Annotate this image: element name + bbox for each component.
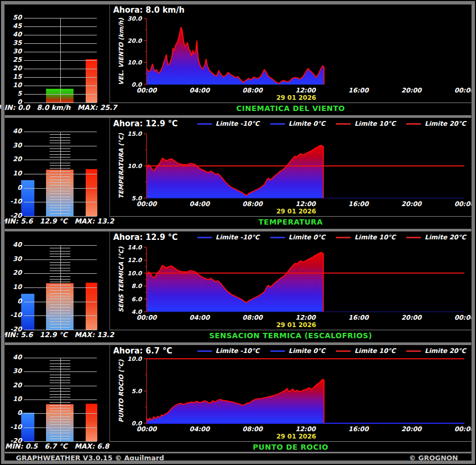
- windchill-chart: 14.012.010.08.06.04.0SENS TERMICA (°C)00…: [110, 231, 472, 330]
- temperature-caption: TEMPERATURA: [109, 218, 472, 226]
- y-tick-label: 8.0: [132, 283, 143, 290]
- temperature-chart: 15.010.05.0TEMPERATURA (°C)00:0004:0008:…: [110, 118, 472, 216]
- gauge-tick-label: 15: [4, 73, 22, 80]
- gauge-min-label: MIN: 5.6: [1, 217, 33, 225]
- x-tick-label: 00:00: [454, 200, 472, 208]
- gauge-tick-label: 40: [4, 241, 22, 248]
- x-tick-label: 04:00: [189, 200, 210, 208]
- gauge-bar: [86, 59, 97, 103]
- gauge-tick-label: 30: [4, 367, 22, 375]
- gauge-bar: [21, 294, 34, 330]
- status-bar: GRAPHWEATHER V3.0.15 © Aguilmard © GROGN…: [4, 453, 472, 462]
- gauge-tick-label: 45: [4, 22, 22, 30]
- gauge-tick-label: 40: [4, 31, 22, 38]
- y-tick-label: 14.0: [127, 244, 142, 251]
- x-tick-label: 00:00: [136, 200, 158, 208]
- gauge-bar: [86, 404, 97, 441]
- x-tick-label: 16:00: [349, 200, 370, 208]
- series-area: [147, 379, 324, 423]
- gauge-tick-label: 20: [4, 382, 22, 389]
- dewpoint-gauge: -20-10010203040: [4, 345, 109, 453]
- gauge-min-label: MIN: 0.5: [5, 442, 38, 450]
- gauge-bar: [86, 169, 97, 216]
- dewpoint-caption: PUNTO DE ROCIO: [109, 443, 472, 451]
- y-axis-title: TEMPERATURA (°C): [117, 133, 125, 199]
- gauge-tick-label: 0: [4, 297, 22, 305]
- gauge-min-label: MIN: 5.6: [1, 331, 33, 339]
- footer-separator: [4, 452, 472, 453]
- x-tick-label: 00:00: [136, 425, 158, 433]
- panel-separator: [4, 229, 472, 231]
- date-label: 29 01 2026: [276, 433, 316, 440]
- gauge-current-label: 8.0 km/h: [36, 104, 70, 111]
- wind-caption: CINEMATICA DEL VIENTO: [109, 104, 472, 113]
- x-tick-label: 16:00: [349, 314, 370, 321]
- gauge-gridline: [24, 441, 97, 442]
- y-tick-label: 15.0: [127, 131, 142, 137]
- y-tick-label: 20.0: [127, 38, 142, 44]
- y-tick-label: 10.0: [127, 270, 142, 277]
- x-tick-label: 04:00: [189, 314, 210, 321]
- x-tick-label: 12:00: [295, 200, 316, 208]
- x-tick-label: 20:00: [401, 87, 423, 94]
- gauge-tick-label: 30: [4, 48, 22, 55]
- y-tick-label: 5.0: [132, 388, 143, 395]
- x-tick-label: 08:00: [242, 425, 263, 433]
- gauge-gridline: [24, 103, 97, 103]
- series-area: [147, 253, 323, 312]
- gauge-tick-label: 10: [4, 170, 22, 177]
- gauge-tick-label: 20: [4, 64, 22, 72]
- windchill-gauge: -20-10010203040: [4, 231, 109, 342]
- gauge-center-line: [60, 132, 61, 216]
- series-area: [147, 27, 324, 85]
- x-tick-label: 04:00: [189, 425, 210, 433]
- x-tick-label: 12:00: [295, 314, 316, 321]
- x-tick-label: 20:00: [401, 425, 423, 433]
- gauge-current-label: 12.9 °C: [40, 217, 68, 225]
- x-tick-label: 16:00: [349, 425, 370, 433]
- gauge-max-label: MAX: 13.2: [75, 217, 114, 225]
- y-tick-label: 30.0: [127, 15, 142, 22]
- x-tick-label: 08:00: [242, 200, 263, 208]
- wind-gauge: 05101520253035404550: [4, 4, 109, 115]
- series-area: [147, 145, 323, 198]
- x-tick-label: 04:00: [189, 87, 210, 94]
- gauge-tick-label: 10: [4, 283, 22, 291]
- x-tick-label: 08:00: [242, 87, 263, 94]
- temperature-gauge: -20-10010203040: [4, 118, 109, 229]
- panel-dewpoint: -20-10010203040 MIN: 0.5 6.7 °C MAX: 6.8…: [4, 345, 472, 453]
- x-tick-label: 16:00: [349, 87, 370, 94]
- x-tick-label: 00:00: [454, 87, 472, 94]
- gauge-current-label: 6.7 °C: [44, 442, 68, 450]
- dewpoint-chart: 10.05.00.0PUNTO ROCIO (°C)00:0004:0008:0…: [110, 345, 472, 441]
- windchill-chart-box: Ahora: 12.9 °C Limite -10°CLimite 0°CLim…: [109, 231, 473, 330]
- dewpoint-chart-box: Ahora: 6.7 °C Limite -10°CLimite 0°CLimi…: [109, 345, 473, 442]
- gauge-tick-label: 30: [4, 142, 22, 149]
- gauge-tick-label: 30: [4, 255, 22, 263]
- y-axis-title: VEL. VIENTO (km/h): [117, 17, 125, 85]
- panel-separator: [4, 342, 472, 345]
- gauge-bar: [86, 283, 97, 330]
- y-axis-title: SENS TERMICA (°C): [117, 246, 125, 312]
- gauge-tick-label: 5: [4, 90, 22, 97]
- gauge-tick-label: 50: [4, 14, 22, 21]
- gauge-tick-label: 10: [4, 395, 22, 403]
- station-credit-label: © GROGNON: [409, 454, 472, 462]
- windchill-caption: SENSACION TERMICA (ESCALOFRIOS): [109, 331, 472, 340]
- date-label: 29 01 2026: [276, 94, 316, 101]
- windchill-gauge-minmax: MIN: 5.6 12.9 °C MAX: 13.2: [5, 331, 109, 339]
- x-tick-label: 00:00: [136, 314, 158, 321]
- panel-temperature: -20-10010203040 MIN: 5.6 12.9 °C MAX: 13…: [4, 118, 472, 229]
- gauge-current-label: 12.9 °C: [40, 331, 68, 339]
- x-tick-label: 12:00: [295, 87, 316, 94]
- panel-wind: 05101520253035404550 MIN: 0.0 8.0 km/h M…: [4, 4, 472, 115]
- x-tick-label: 00:00: [454, 425, 472, 433]
- graphweather-window: 05101520253035404550 MIN: 0.0 8.0 km/h M…: [0, 0, 476, 465]
- y-tick-label: 10.0: [127, 163, 142, 170]
- gauge-tick-label: 0: [4, 409, 22, 416]
- gauge-tick-label: 10: [4, 81, 22, 89]
- panel-windchill: -20-10010203040 MIN: 5.6 12.9 °C MAX: 13…: [4, 231, 472, 342]
- gauge-tick-label: 20: [4, 269, 22, 276]
- x-tick-label: 00:00: [454, 314, 472, 321]
- y-tick-label: 10.0: [127, 356, 142, 362]
